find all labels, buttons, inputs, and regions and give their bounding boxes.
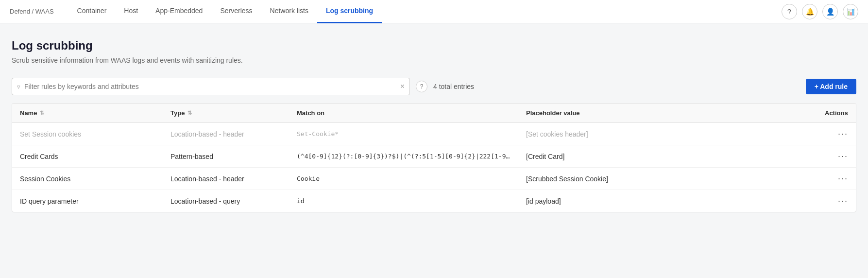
chart-icon-btn[interactable]: 📊: [843, 4, 858, 19]
table-row: Credit Cards Pattern-based (^4[0-9]{12}(…: [12, 145, 856, 168]
tab-host[interactable]: Host: [115, 0, 147, 23]
cell-placeholder: [Scrubbed Session Cookie]: [518, 168, 817, 190]
col-header-match: Match on: [289, 104, 518, 123]
cell-type: Location-based - query: [163, 190, 289, 212]
help-icon-btn[interactable]: ?: [782, 4, 797, 19]
cell-match: Set-Cookie*: [289, 123, 518, 145]
filter-input[interactable]: [24, 83, 397, 90]
tab-network-lists[interactable]: Network lists: [261, 0, 317, 23]
filter-bar: ▿ × ? 4 total entries + Add rule: [12, 78, 856, 95]
cell-name: Set Session cookies: [12, 123, 163, 145]
match-on-value: Set-Cookie*: [297, 130, 511, 138]
filter-help-icon[interactable]: ?: [416, 81, 427, 92]
cell-match: Cookie: [289, 168, 518, 190]
cell-match: id: [289, 190, 518, 212]
name-sort-icon: ⇅: [40, 110, 44, 116]
user-icon-btn[interactable]: 👤: [822, 4, 838, 19]
table-wrapper: Name ⇅ Type ⇅ Match on Placeh: [12, 103, 856, 212]
cell-actions[interactable]: ···: [817, 145, 856, 168]
notifications-icon-btn[interactable]: 🔔: [802, 4, 817, 19]
tab-app-embedded[interactable]: App-Embedded: [147, 0, 211, 23]
cell-type: Pattern-based: [163, 145, 289, 168]
breadcrumb-separator: /: [32, 8, 35, 15]
cell-name: Session Cookies: [12, 168, 163, 190]
breadcrumb-parent[interactable]: Defend: [10, 8, 30, 15]
filter-icon: ▿: [17, 83, 20, 90]
col-header-name: Name ⇅: [12, 104, 163, 123]
cell-placeholder: [id payload]: [518, 190, 817, 212]
type-sort-icon: ⇅: [187, 110, 192, 116]
page-content: Log scrubbing Scrub sensitive informatio…: [0, 23, 868, 224]
breadcrumb-current[interactable]: WAAS: [35, 8, 54, 15]
page-subtitle: Scrub sensitive information from WAAS lo…: [12, 56, 856, 64]
top-bar: Defend / WAAS Container Host App-Embedde…: [0, 0, 868, 23]
cell-placeholder: [Set cookies header]: [518, 123, 817, 145]
filter-clear-icon[interactable]: ×: [400, 82, 405, 91]
cell-name: Credit Cards: [12, 145, 163, 168]
add-rule-button[interactable]: + Add rule: [806, 79, 856, 94]
cell-actions[interactable]: ···: [817, 190, 856, 212]
top-bar-icons: ? 🔔 👤 📊: [782, 4, 858, 19]
tab-container[interactable]: Container: [68, 0, 116, 23]
cell-type: Location-based - header: [163, 123, 289, 145]
col-header-actions: Actions: [817, 104, 856, 123]
nav-tabs: Container Host App-Embedded Serverless N…: [68, 0, 382, 23]
breadcrumb: Defend / WAAS: [10, 8, 54, 15]
table-row: Set Session cookies Location-based - hea…: [12, 123, 856, 145]
table-row: Session Cookies Location-based - header …: [12, 168, 856, 190]
rules-table: Name ⇅ Type ⇅ Match on Placeh: [12, 104, 856, 212]
page-title: Log scrubbing: [12, 39, 856, 52]
cell-name: ID query parameter: [12, 190, 163, 212]
entries-count: 4 total entries: [433, 83, 474, 90]
match-on-value: (^4[0-9]{12}(?:[0-9]{3})?$)|(^(?:5[1-5][…: [297, 153, 511, 160]
top-bar-left: Defend / WAAS Container Host App-Embedde…: [10, 0, 382, 23]
name-sort[interactable]: Name ⇅: [20, 109, 44, 117]
cell-actions[interactable]: ···: [817, 123, 856, 145]
match-on-value: id: [297, 197, 511, 205]
cell-type: Location-based - header: [163, 168, 289, 190]
type-sort[interactable]: Type ⇅: [170, 109, 192, 117]
table-header-row: Name ⇅ Type ⇅ Match on Placeh: [12, 104, 856, 123]
cell-placeholder: [Credit Card]: [518, 145, 817, 168]
match-on-value: Cookie: [297, 175, 511, 182]
filter-input-wrapper[interactable]: ▿ ×: [12, 78, 410, 95]
col-header-placeholder: Placeholder value: [518, 104, 817, 123]
cell-match: (^4[0-9]{12}(?:[0-9]{3})?$)|(^(?:5[1-5][…: [289, 145, 518, 168]
tab-serverless[interactable]: Serverless: [211, 0, 261, 23]
tab-log-scrubbing[interactable]: Log scrubbing: [317, 0, 382, 23]
col-header-type: Type ⇅: [163, 104, 289, 123]
table-row: ID query parameter Location-based - quer…: [12, 190, 856, 212]
cell-actions[interactable]: ···: [817, 168, 856, 190]
